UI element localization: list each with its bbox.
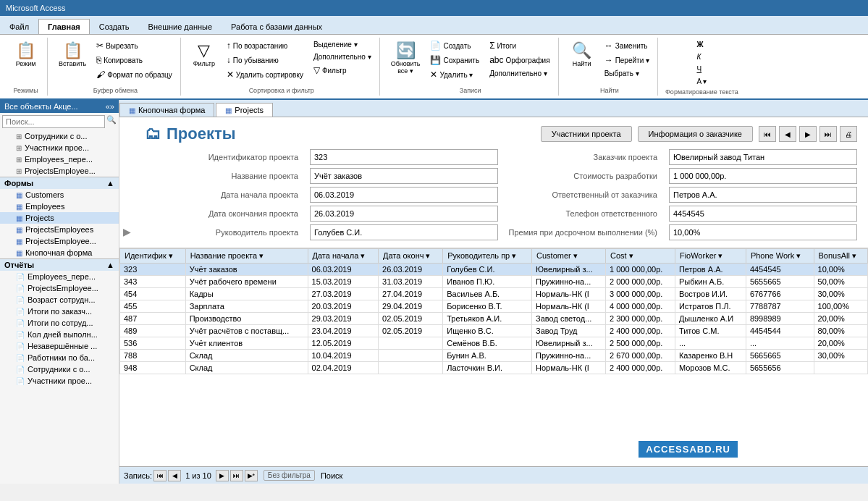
col-header-name[interactable]: Название проекта ▾ (185, 249, 308, 264)
italic-button[interactable]: К (693, 51, 710, 62)
status-first-btn[interactable]: ⏮ (153, 470, 167, 481)
sort-asc-button[interactable]: ↑ По возрастанию (223, 39, 307, 52)
find-button[interactable]: 🔍 Найти (566, 39, 598, 71)
totals-button[interactable]: Σ Итоги (486, 39, 554, 52)
status-last-btn[interactable]: ⏭ (230, 470, 243, 481)
mode-button[interactable]: 📋 Режим (10, 39, 42, 71)
advanced-button[interactable]: Дополнительно ▾ (310, 51, 375, 62)
col-header-id[interactable]: Идентифик ▾ (120, 249, 186, 264)
input-cost[interactable] (669, 168, 857, 184)
nav-section-reports[interactable]: Отчёты ▲ (0, 258, 119, 271)
nav-arrow-left[interactable]: ▶ (119, 125, 134, 240)
nav-item-form-customers[interactable]: ▦ Customers (0, 189, 119, 201)
input-start-date[interactable] (310, 187, 498, 203)
input-manager[interactable] (310, 224, 498, 240)
font-color-button[interactable]: A ▾ (693, 76, 710, 87)
input-responsible[interactable] (669, 187, 857, 203)
tab-database[interactable]: Работа с базами данных (222, 19, 332, 34)
goto-button[interactable]: → Перейти ▾ (601, 54, 653, 67)
bold-button[interactable]: Ж (693, 39, 710, 50)
nav-section-forms[interactable]: Формы ▲ (0, 177, 119, 189)
nav-item-form-projects[interactable]: ▦ Projects (0, 212, 119, 224)
paste-button[interactable]: 📋 Вставить (55, 39, 90, 71)
nav-item-report-6[interactable]: 📄 Кол дней выполн... (0, 329, 119, 340)
replace-button[interactable]: ↔ Заменить (601, 39, 653, 52)
nav-search-input[interactable] (2, 115, 105, 128)
doc-tab-buttonform[interactable]: ▦ Кнопочная форма (119, 103, 214, 117)
copy-button[interactable]: ⎘ Копировать (93, 54, 176, 67)
status-new-btn[interactable]: ▶* (245, 470, 258, 481)
nav-item-report-5[interactable]: 📄 Итоги по сотруд... (0, 317, 119, 329)
input-project-name[interactable] (310, 168, 498, 184)
col-header-customer[interactable]: Customer ▾ (532, 249, 606, 264)
nav-item-report-2[interactable]: 📄 ProjectsEmployee... (0, 282, 119, 294)
tab-create[interactable]: Создать (90, 19, 139, 34)
input-phone[interactable] (669, 206, 857, 222)
nav-item-report-7[interactable]: 📄 Незавершённые ... (0, 340, 119, 352)
input-bonus[interactable] (669, 224, 857, 240)
input-project-id[interactable] (310, 149, 498, 165)
status-next-btn[interactable]: ▶ (216, 470, 229, 481)
table-row[interactable]: 788Склад10.04.2019Бунин А.В.Пружинно-на.… (120, 350, 868, 362)
input-customer[interactable] (669, 149, 857, 165)
table-row[interactable]: 343Учёт рабочего времени15.03.201931.03.… (120, 276, 868, 288)
nav-item-form-employees[interactable]: ▦ Employees (0, 201, 119, 212)
nav-print-button[interactable]: 🖨 (840, 126, 857, 142)
nav-next-button[interactable]: ▶ (799, 126, 817, 142)
remove-sort-button[interactable]: ✕ Удалить сортировку (223, 68, 307, 81)
nav-item-form-projempl2[interactable]: ▦ ProjectsEmployee... (0, 235, 119, 247)
col-header-cost[interactable]: Cost ▾ (605, 249, 675, 264)
tab-external[interactable]: Внешние данные (139, 19, 222, 34)
nav-item-report-3[interactable]: 📄 Возраст сотрудн... (0, 294, 119, 306)
table-row[interactable]: 487Производство29.03.201902.05.2019Треть… (120, 313, 868, 325)
nav-last-button[interactable]: ⏭ (819, 126, 837, 142)
nav-item-query-1[interactable]: ⊞ Сотрудники с о... (0, 130, 119, 142)
tab-file[interactable]: Файл (0, 19, 38, 34)
table-row[interactable]: 455Зарплата20.03.201929.04.2019Борисенко… (120, 300, 868, 313)
col-header-end[interactable]: Дата оконч ▾ (379, 249, 443, 264)
col-header-worker[interactable]: FioWorker ▾ (675, 249, 746, 264)
nav-item-query-2[interactable]: ⊞ Участники прое... (0, 142, 119, 153)
nav-prev-button[interactable]: ◀ (779, 126, 796, 142)
spelling-button[interactable]: abc Орфография (486, 54, 554, 67)
customer-info-button[interactable]: Информация о заказчике (638, 126, 753, 142)
nav-item-report-9[interactable]: 📄 Сотрудники с о... (0, 363, 119, 375)
refresh-button[interactable]: 🔄 Обновитьвсе ▾ (387, 39, 424, 78)
underline-button[interactable]: Ч (693, 64, 710, 75)
participants-button[interactable]: Участники проекта (541, 126, 632, 142)
sort-desc-button[interactable]: ↓ По убыванию (223, 54, 307, 67)
table-row[interactable]: 454Кадры27.03.201927.04.2019Васильев А.Б… (120, 288, 868, 300)
nav-item-report-1[interactable]: 📄 Employees_пере... (0, 271, 119, 282)
more-button[interactable]: Дополнительно ▾ (486, 68, 554, 79)
nav-header[interactable]: Все объекты Акце... «» (0, 100, 119, 113)
input-end-date[interactable] (310, 206, 498, 222)
cut-button[interactable]: ✂ Вырезать (93, 39, 176, 52)
nav-first-button[interactable]: ⏮ (759, 126, 776, 142)
select-button[interactable]: Выбрать ▾ (601, 68, 653, 79)
nav-item-report-10[interactable]: 📄 Участники прое... (0, 375, 119, 387)
create-record-button[interactable]: 📄 Создать (426, 39, 483, 52)
status-prev-btn[interactable]: ◀ (168, 470, 181, 481)
col-header-bonus[interactable]: BonusAll ▾ (814, 249, 867, 264)
table-row[interactable]: 536Учёт клиентов12.05.2019Семёнов В.Б.Юв… (120, 337, 868, 350)
nav-item-query-4[interactable]: ⊞ ProjectsEmployee... (0, 165, 119, 177)
doc-tab-projects[interactable]: ▦ Projects (216, 103, 273, 117)
col-header-phone[interactable]: Phone Work ▾ (746, 249, 814, 264)
col-header-start[interactable]: Дата начала ▾ (308, 249, 379, 264)
nav-item-form-projempl[interactable]: ▦ ProjectsEmployees (0, 224, 119, 235)
delete-record-button[interactable]: ✕ Удалить ▾ (426, 68, 483, 81)
col-header-manager[interactable]: Руководитель пр ▾ (443, 249, 532, 264)
filter-badge[interactable]: Без фильтра (264, 470, 315, 481)
nav-item-query-3[interactable]: ⊞ Employees_пере... (0, 153, 119, 165)
table-row[interactable]: 489Учёт расчётов с поставщ...23.04.20190… (120, 325, 868, 337)
nav-item-report-8[interactable]: 📄 Работники по ба... (0, 352, 119, 363)
nav-item-report-4[interactable]: 📄 Итоги по заказч... (0, 306, 119, 317)
table-row[interactable]: 948Склад02.04.2019Ласточкин В.И.Нормаль-… (120, 362, 868, 374)
toggle-filter-button[interactable]: ▽ Фильтр (310, 64, 375, 77)
nav-item-form-button[interactable]: ▦ Кнопочная форма (0, 247, 119, 258)
filter-large-button[interactable]: ▽ Фильтр (188, 39, 220, 71)
format-button[interactable]: 🖌 Формат по образцу (93, 68, 176, 81)
selection-button[interactable]: Выделение ▾ (310, 39, 375, 50)
tab-home[interactable]: Главная (38, 19, 90, 34)
table-row[interactable]: 323Учёт заказов06.03.201926.03.2019Голуб… (120, 264, 868, 276)
